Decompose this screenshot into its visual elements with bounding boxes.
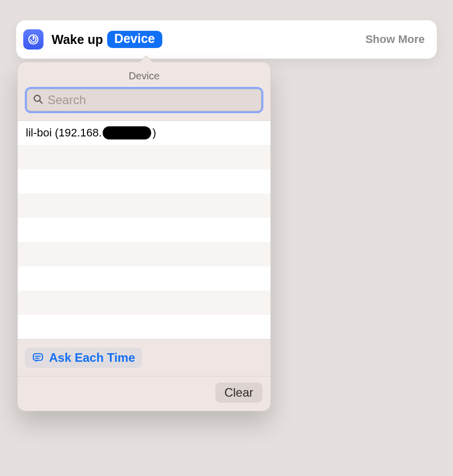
action-card: Wake up Device Show More bbox=[16, 20, 437, 59]
device-list-item[interactable] bbox=[18, 194, 270, 218]
device-list-item[interactable]: lil-boi (192.168.) bbox=[18, 121, 270, 145]
redacted-ip-segment bbox=[103, 126, 151, 139]
device-list-item[interactable] bbox=[18, 145, 270, 169]
device-token[interactable]: Device bbox=[107, 31, 162, 48]
show-more-button[interactable]: Show More bbox=[366, 33, 425, 46]
search-icon bbox=[32, 93, 43, 107]
action-title: Wake up bbox=[52, 32, 103, 47]
ask-section: Ask Each Time bbox=[18, 340, 270, 376]
device-label-prefix: lil-boi (192.168. bbox=[26, 126, 102, 139]
svg-rect-5 bbox=[33, 354, 42, 360]
ask-each-time-button[interactable]: Ask Each Time bbox=[25, 348, 142, 368]
device-list-item[interactable] bbox=[18, 169, 270, 194]
device-list-item[interactable] bbox=[18, 218, 270, 242]
device-list-item[interactable] bbox=[18, 291, 270, 315]
chat-bubble-icon bbox=[32, 352, 44, 364]
device-list-item[interactable] bbox=[18, 315, 270, 339]
device-label-suffix: ) bbox=[152, 126, 156, 139]
search-input[interactable] bbox=[43, 92, 256, 108]
power-app-icon bbox=[23, 29, 43, 50]
clear-button[interactable]: Clear bbox=[215, 383, 262, 403]
device-list-item[interactable] bbox=[18, 242, 270, 266]
device-list-item[interactable] bbox=[18, 266, 270, 291]
search-container bbox=[25, 87, 263, 113]
svg-line-4 bbox=[39, 101, 42, 103]
popover-footer: Clear bbox=[18, 376, 270, 411]
ask-each-time-label: Ask Each Time bbox=[49, 351, 135, 365]
device-list: lil-boi (192.168.) bbox=[18, 120, 270, 340]
device-picker-popover: Device lil-boi (192.168.) bbox=[17, 62, 271, 411]
